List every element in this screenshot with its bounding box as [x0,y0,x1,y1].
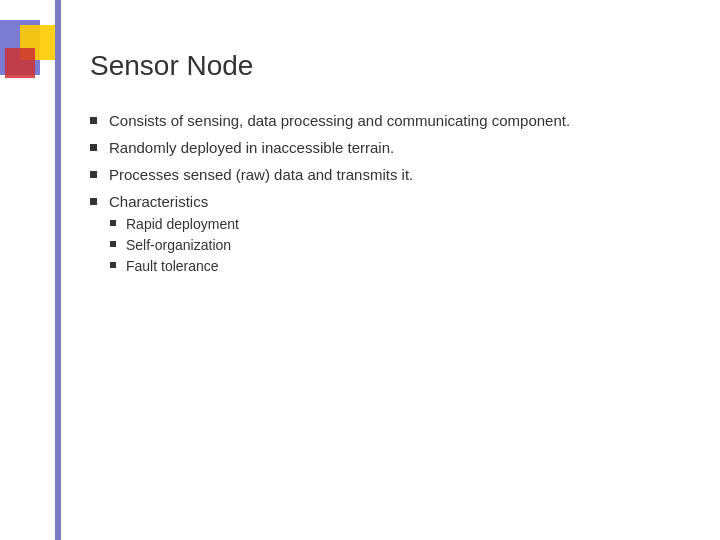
bullet-icon [90,144,97,151]
sub-bullet-text: Rapid deployment [126,216,239,232]
list-item: Randomly deployed in inaccessible terrai… [90,139,660,156]
sub-bullet-icon [110,262,116,268]
list-item: Consists of sensing, data processing and… [90,112,660,129]
slide-content: Sensor Node Consists of sensing, data pr… [90,50,660,279]
dec-red [5,48,35,78]
left-bar [55,0,61,540]
sub-bullet-icon [110,220,116,226]
sub-bullet-icon [110,241,116,247]
list-item: Fault tolerance [110,258,239,274]
bullet-text: Consists of sensing, data processing and… [109,112,570,129]
bullet-text: Processes sensed (raw) data and transmit… [109,166,413,183]
list-item: Rapid deployment [110,216,239,232]
bullet-icon [90,117,97,124]
list-item-characteristics: Characteristics Rapid deployment Self-or… [90,193,660,279]
sub-bullet-text: Fault tolerance [126,258,219,274]
bullet-icon [90,198,97,205]
bullet-list: Consists of sensing, data processing and… [90,112,660,279]
slide: Sensor Node Consists of sensing, data pr… [0,0,720,540]
slide-title: Sensor Node [90,50,660,82]
characteristics-label: Characteristics [109,193,208,210]
list-item: Self-organization [110,237,239,253]
sub-bullet-list: Rapid deployment Self-organization Fault… [110,216,239,279]
bullet-text: Randomly deployed in inaccessible terrai… [109,139,394,156]
characteristics-header: Characteristics [90,193,208,210]
sub-bullet-text: Self-organization [126,237,231,253]
bullet-icon [90,171,97,178]
list-item: Processes sensed (raw) data and transmit… [90,166,660,183]
